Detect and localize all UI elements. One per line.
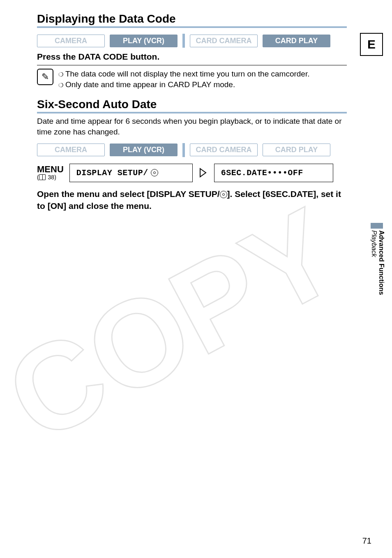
note-icon [37,69,53,85]
heading-displaying-data-code: Displaying the Data Code [37,12,347,28]
side-subsection: Playback [371,230,377,325]
arrow-right-icon [198,168,208,178]
mode-divider [182,34,185,48]
mode-card-camera-2: CARD CAMERA [190,144,258,156]
menu-row: MENU DISPLAY SETUP/ 6SEC.DATE••••OFF [37,164,347,182]
side-tab-bar: Playback Advanced Functions [371,230,383,325]
divider-line [37,65,347,65]
mode-card-play: CARD PLAY [263,35,330,47]
page-icon [39,174,46,180]
language-tab: E [360,33,383,56]
instruction-open-menu: Open the menu and select [DISPLAY SETUP/… [37,188,347,212]
disc-icon [151,169,158,176]
mode-camera-2: CAMERA [37,144,105,156]
mode-card-camera: CARD CAMERA [190,35,258,47]
mode-row-2: CAMERA PLAY (VCR) CARD CAMERA CARD PLAY [37,143,347,157]
instruction-open-menu-prefix: Open the menu and select [DISPLAY SETUP/ [37,189,220,199]
mode-camera: CAMERA [37,35,105,47]
page-number: 71 [362,536,371,546]
side-tab-stub [371,223,383,229]
mode-play-vcr-2: PLAY (VCR) [110,144,178,156]
mode-row-1: CAMERA PLAY (VCR) CARD CAMERA CARD PLAY [37,34,347,48]
watermark-copy: COPY [0,193,357,481]
mode-play-vcr: PLAY (VCR) [110,35,178,47]
mode-divider-2 [182,143,185,157]
menu-path-left-text: DISPLAY SETUP/ [76,168,148,178]
menu-head: MENU [37,164,64,174]
mode-card-play-2: CARD PLAY [263,144,330,156]
note-line-2: Only date and time appear in CARD PLAY m… [58,79,310,90]
menu-page-ref [37,174,64,181]
note-line-1: The data code will not display the next … [58,69,310,79]
svg-marker-0 [200,169,206,177]
body-six-second: Date and time appear for 6 seconds when … [37,116,347,137]
menu-label: MENU [37,164,64,181]
svg-text:COPY: COPY [0,193,357,468]
side-section: Advanced Functions [378,230,385,325]
disc-icon-inline [220,191,227,198]
instruction-press-data-code: Press the DATA CODE button. [37,52,347,62]
menu-path-left: DISPLAY SETUP/ [69,164,193,182]
note-block: The data code will not display the next … [37,69,347,90]
note-lines: The data code will not display the next … [58,69,310,90]
menu-path-right: 6SEC.DATE••••OFF [214,164,333,182]
heading-six-second-auto-date: Six-Second Auto Date [37,98,347,113]
